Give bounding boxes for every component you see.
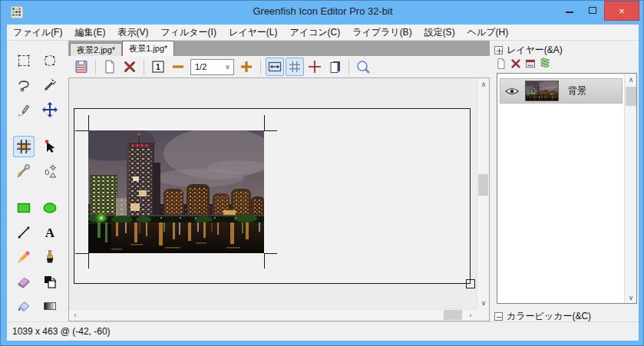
layers-toolbar xyxy=(494,56,552,71)
zoom-100-button[interactable]: 1 xyxy=(149,58,167,76)
minimize-button[interactable] xyxy=(558,1,581,18)
view-toolbar: 1 1/2 ∨ xyxy=(68,56,490,77)
magic-wand-icon xyxy=(42,77,58,93)
close-button[interactable]: × xyxy=(604,1,639,21)
menu-help[interactable]: ヘルプ(H) xyxy=(461,25,515,40)
tool-eraser[interactable] xyxy=(13,271,35,292)
pages-icon xyxy=(327,59,342,74)
crop-mark-tl-h[interactable] xyxy=(75,130,88,131)
crop-mark-br-h[interactable] xyxy=(264,253,277,254)
status-text: 1039 x 463 @ (-42, -60) xyxy=(12,326,111,337)
crop-mark-bl-v[interactable] xyxy=(88,253,89,269)
tool-eyedropper[interactable] xyxy=(13,160,35,182)
toolbox: A xyxy=(7,41,68,321)
crop-mark-bl-h[interactable] xyxy=(75,253,88,254)
tool-rectangular-select[interactable] xyxy=(13,50,35,71)
document-area: 夜景2.jpg* 夜景1.jpg* 1 1/2 ∨ xyxy=(68,41,490,321)
layer-properties-button[interactable] xyxy=(523,56,537,71)
layer-row-background[interactable]: 背景 xyxy=(500,78,623,104)
tool-gradient[interactable] xyxy=(39,295,61,317)
menu-edit[interactable]: 編集(E) xyxy=(68,25,111,40)
new-page-button[interactable] xyxy=(101,58,119,76)
expand-icon[interactable] xyxy=(494,46,503,54)
crop-mark-tr-h[interactable] xyxy=(264,130,277,131)
layer-properties-icon xyxy=(524,58,537,70)
menu-library[interactable]: ライブラリ(B) xyxy=(346,25,418,40)
menu-filter[interactable]: フィルター(I) xyxy=(154,25,222,40)
tool-swap-colors[interactable] xyxy=(39,271,61,292)
delete-icon xyxy=(122,59,137,74)
magnifier-button[interactable] xyxy=(354,58,372,76)
menu-layer[interactable]: レイヤー(L) xyxy=(223,25,284,40)
brush-icon xyxy=(42,249,58,265)
tool-line[interactable] xyxy=(13,222,35,243)
tool-freehand-select[interactable] xyxy=(13,99,35,120)
tool-ellipse[interactable] xyxy=(39,197,61,219)
canvas-vertical-scrollbar[interactable]: ∧ ∨ xyxy=(477,78,489,308)
merge-layers-icon xyxy=(539,58,551,70)
tool-crop[interactable] xyxy=(13,136,35,157)
document-image[interactable] xyxy=(88,130,264,253)
delete-page-button[interactable] xyxy=(121,58,139,76)
zoom-select[interactable]: 1/2 ∨ xyxy=(190,59,234,75)
fit-window-icon xyxy=(267,59,282,74)
new-layer-button[interactable] xyxy=(494,56,508,71)
new-layer-icon xyxy=(495,58,507,70)
layers-panel-header[interactable]: レイヤー(&A) xyxy=(494,44,563,57)
tool-text[interactable]: A xyxy=(39,222,61,243)
close-icon: × xyxy=(619,5,625,17)
canvas[interactable]: ∧ ∨ ‹ › xyxy=(68,77,490,321)
visibility-eye-icon[interactable] xyxy=(505,87,519,96)
maximize-button[interactable] xyxy=(581,1,604,18)
layer-scroll-up-icon[interactable]: ∧ xyxy=(625,74,637,85)
tool-fill-bucket[interactable] xyxy=(13,295,35,317)
app-window: Greenfish Icon Editor Pro 32-bit × ファイル(… xyxy=(0,0,644,346)
menu-settings[interactable]: 設定(S) xyxy=(418,25,461,40)
horizontal-scroll-thumb[interactable] xyxy=(444,310,462,320)
layer-list-scrollbar[interactable]: ∧ ∨ xyxy=(624,74,636,303)
menu-view[interactable]: 表示(V) xyxy=(111,25,154,40)
gradient-icon xyxy=(42,298,58,314)
tab-night1[interactable]: 夜景1.jpg* xyxy=(122,41,174,56)
zoom-in-button[interactable] xyxy=(237,58,256,76)
scroll-left-icon[interactable]: ‹ xyxy=(69,309,81,321)
scroll-right-icon[interactable]: › xyxy=(464,309,477,321)
tool-rectangle[interactable] xyxy=(13,197,35,219)
crop-mark-tl-v[interactable] xyxy=(88,115,89,130)
titlebar[interactable]: Greenfish Icon Editor Pro 32-bit × xyxy=(1,1,644,25)
save-button[interactable] xyxy=(72,58,91,76)
tab-night2[interactable]: 夜景2.jpg* xyxy=(70,43,122,56)
window-title: Greenfish Icon Editor Pro 32-bit xyxy=(1,5,644,17)
zoom-out-button[interactable] xyxy=(169,58,187,76)
tool-move[interactable] xyxy=(39,99,61,120)
crop-mark-br-v[interactable] xyxy=(264,253,265,269)
tool-elliptical-select[interactable] xyxy=(39,50,61,71)
canvas-resize-handle[interactable] xyxy=(466,279,475,288)
layer-scroll-thumb[interactable] xyxy=(626,87,636,106)
center-lines-button[interactable] xyxy=(305,58,324,76)
tool-pick-arrow[interactable] xyxy=(39,136,61,157)
svg-text:1: 1 xyxy=(156,62,160,71)
layer-list[interactable]: 背景 ∧ ∨ xyxy=(497,73,637,304)
delete-layer-button[interactable] xyxy=(508,56,523,71)
fit-window-button[interactable] xyxy=(266,58,284,76)
tool-retouch[interactable] xyxy=(39,160,61,182)
tool-pencil[interactable] xyxy=(13,246,35,268)
maximize-icon xyxy=(589,7,596,14)
canvas-horizontal-scrollbar[interactable]: ‹ › xyxy=(69,308,477,321)
menu-file[interactable]: ファイル(F) xyxy=(7,25,68,40)
zoom-in-icon xyxy=(239,59,254,74)
tool-lasso[interactable] xyxy=(13,74,35,96)
vertical-scroll-thumb[interactable] xyxy=(478,174,488,196)
layer-scroll-down-icon[interactable]: ∨ xyxy=(625,292,637,303)
merge-layers-button[interactable] xyxy=(537,56,552,71)
tool-magic-wand[interactable] xyxy=(39,74,61,96)
scroll-up-icon[interactable]: ∧ xyxy=(477,78,490,90)
pages-button[interactable] xyxy=(325,58,344,76)
show-grid-button[interactable] xyxy=(286,58,304,76)
menu-icon[interactable]: アイコン(C) xyxy=(283,25,346,40)
crop-mark-tr-v[interactable] xyxy=(264,115,265,130)
tool-brush[interactable] xyxy=(39,246,61,268)
scroll-down-icon[interactable]: ∨ xyxy=(477,297,490,308)
collapse-icon[interactable] xyxy=(494,312,503,321)
